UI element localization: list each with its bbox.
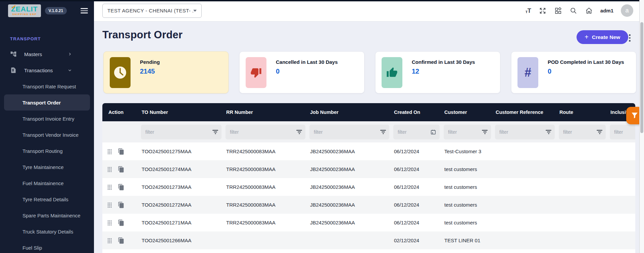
drag-handle-icon[interactable]	[107, 184, 112, 190]
job-number-filter-input[interactable]	[309, 125, 389, 139]
copy-icon[interactable]	[118, 184, 125, 191]
cell-inclusive	[610, 178, 635, 196]
customer-filter[interactable]	[444, 125, 491, 139]
more-options-icon[interactable]	[628, 33, 632, 43]
column-header-action: Action	[102, 103, 141, 121]
pod-completed-card[interactable]: # POD Completed in Last 30 Days 0	[511, 51, 636, 93]
cell-to-number: TOO2425001272MAA	[141, 196, 226, 214]
table-row[interactable]: TOO2425001274MAA TRR2425000083MAA JB2425…	[102, 160, 635, 178]
sidebar-item-label: Transactions	[24, 68, 53, 73]
table-row[interactable]: TOO2425001275MAA TRR2425000083MAA JB2425…	[102, 142, 635, 160]
filter-icon[interactable]	[482, 130, 488, 134]
column-header-customer: Customer	[444, 103, 495, 121]
table-row[interactable]: TOO2425001271MAA TRR2425000083MAA JB2425…	[102, 214, 635, 231]
transactions-invoice-icon	[10, 67, 17, 74]
sidebar-item-spare-parts-maintainence[interactable]: Spare Parts Maintainence	[0, 207, 94, 223]
sidebar-item-transport-invoice-entry[interactable]: Transport Invoice Entry	[0, 111, 94, 127]
inclusive-filter-input[interactable]	[610, 125, 635, 139]
filter-icon[interactable]	[296, 130, 302, 134]
agency-selector[interactable]: TEST AGENCY - CHENNAI (TEST- ...	[102, 4, 202, 18]
avatar[interactable]: a	[621, 4, 633, 17]
copy-icon[interactable]	[118, 166, 125, 173]
page-title: Transport Order	[102, 29, 183, 41]
hamburger-menu-icon[interactable]	[81, 8, 88, 13]
column-header-job-number: Job Number	[309, 103, 393, 121]
customer-reference-filter[interactable]	[495, 125, 555, 139]
cell-customer-reference	[495, 178, 559, 196]
cell-job-number	[309, 231, 393, 249]
sidebar-item-tyre-maintainence[interactable]: Tyre Maintainence	[0, 159, 94, 175]
create-new-button[interactable]: + Create New	[577, 30, 628, 44]
rr-number-filter[interactable]	[226, 125, 305, 139]
to-number-filter[interactable]	[141, 125, 221, 139]
apps-grid-icon[interactable]	[554, 7, 562, 15]
window-top-edge	[0, 0, 644, 1]
sidebar-item-fuel-maintainence[interactable]: Fuel Maintainence	[0, 175, 94, 191]
scrollbar-thumb[interactable]	[640, 22, 643, 133]
drag-handle-icon[interactable]	[107, 220, 112, 225]
cell-created-on: 06/12/2024	[393, 178, 444, 196]
vertical-scrollbar[interactable]	[639, 0, 644, 253]
sidebar-item-fuel-slip[interactable]: Fuel Slip	[0, 240, 94, 253]
confirmed-card[interactable]: Confirmed in Last 30 Days 12	[375, 51, 500, 93]
sidebar-item-transactions[interactable]: Transactions	[0, 62, 94, 78]
cell-customer: Test-Customer 3	[444, 142, 495, 160]
job-number-filter[interactable]	[309, 125, 389, 139]
cell-route	[559, 178, 610, 196]
cell-route	[559, 214, 610, 231]
topbar-actions: тT adm1 a	[526, 4, 639, 17]
sidebar-item-transport-vendor-invoice[interactable]: Transport Vendor Invoice	[0, 127, 94, 143]
card-title: POD Completed in Last 30 Days	[548, 59, 624, 65]
fullscreen-icon[interactable]	[539, 7, 547, 15]
home-icon[interactable]	[585, 7, 593, 15]
inclusive-filter[interactable]	[610, 125, 635, 139]
drag-handle-icon[interactable]	[107, 238, 112, 243]
cell-customer: test customers	[444, 178, 495, 196]
sidebar-item-transport-order[interactable]: Transport Order	[4, 94, 90, 111]
card-value: 0	[276, 68, 338, 75]
cell-route	[559, 196, 610, 214]
drag-handle-icon[interactable]	[107, 167, 112, 172]
search-icon[interactable]	[569, 7, 578, 15]
column-header-to-number: TO Number	[141, 103, 226, 121]
to-number-filter-input[interactable]	[141, 125, 221, 139]
sidebar-item-masters[interactable]: Masters	[0, 46, 94, 62]
sidebar-item-transport-routing[interactable]: Transport Routing	[0, 143, 94, 159]
cell-rr-number: TRR2425000083MAA	[226, 142, 309, 160]
copy-icon[interactable]	[118, 219, 125, 226]
copy-icon[interactable]	[118, 202, 125, 208]
cell-job-number: JB2425000236MAA	[309, 196, 393, 214]
created-on-filter[interactable]	[393, 125, 440, 139]
drag-handle-icon[interactable]	[107, 149, 112, 154]
table-row[interactable]: TOO2425001266MAA 02/12/2024 TEST LINER 0…	[102, 231, 635, 249]
filter-icon[interactable]	[597, 130, 602, 134]
cell-job-number: JB2425000236MAA	[309, 178, 393, 196]
thumb-up-icon	[382, 57, 402, 88]
drag-handle-icon[interactable]	[107, 202, 112, 208]
pending-card[interactable]: Pending 2145	[103, 51, 229, 93]
copy-icon[interactable]	[118, 148, 125, 155]
cancelled-card[interactable]: Cancelled in Last 30 Days 0	[239, 51, 364, 93]
card-value: 2145	[140, 68, 160, 75]
cell-to-number: TOO2425001274MAA	[141, 160, 226, 178]
table-filter-row	[102, 121, 635, 142]
cell-rr-number: TRR2425000083MAA	[226, 160, 309, 178]
filter-icon[interactable]	[380, 130, 386, 134]
version-badge: V.1.0.21	[45, 7, 67, 14]
card-title: Cancelled in Last 30 Days	[276, 59, 338, 65]
filter-icon[interactable]	[212, 130, 218, 134]
rr-number-filter-input[interactable]	[226, 125, 305, 139]
cell-customer-reference	[495, 196, 559, 214]
sidebar-item-tyre-retread-details[interactable]: Tyre Retread Details	[0, 191, 94, 207]
calendar-icon[interactable]	[430, 129, 436, 135]
sidebar-item-transport-rate-request[interactable]: Transport Rate Request	[0, 78, 94, 94]
text-size-icon[interactable]: тT	[526, 8, 531, 14]
table-row[interactable]: TOO2425001273MAA TRR2425000083MAA JB2425…	[102, 178, 635, 196]
copy-icon[interactable]	[118, 237, 125, 244]
thumb-down-icon	[246, 57, 266, 88]
sidebar-section-label: TRANSPORT	[10, 36, 94, 41]
filter-icon[interactable]	[546, 130, 551, 134]
route-filter[interactable]	[559, 125, 606, 139]
table-row[interactable]: TOO2425001272MAA TRR2425000083MAA JB2425…	[102, 196, 635, 214]
sidebar-item-truck-statutory-details[interactable]: Truck Statutory Details	[0, 223, 94, 240]
